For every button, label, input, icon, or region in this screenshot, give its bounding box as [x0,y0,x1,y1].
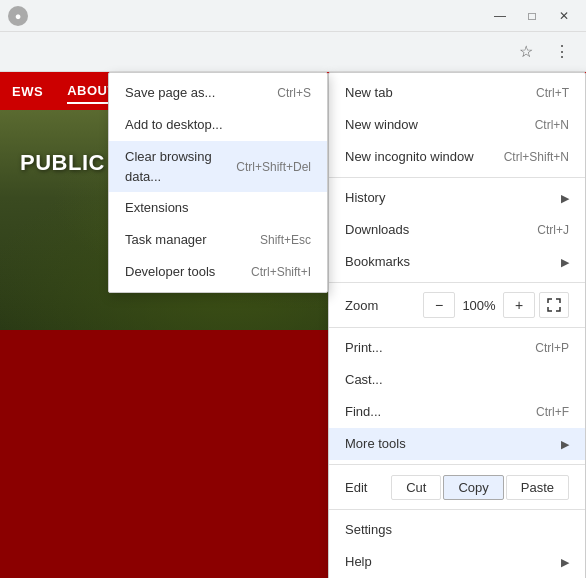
menu-divider-3 [329,327,585,328]
menu-cast[interactable]: Cast... [329,364,585,396]
zoom-label: Zoom [345,298,378,313]
history-arrow-icon: ▶ [561,190,569,207]
edit-row: Edit Cut Copy Paste [329,469,585,505]
menu-find[interactable]: Find... Ctrl+F [329,396,585,428]
chrome-menu-button[interactable]: ⋮ [546,36,578,68]
edit-buttons-group: Cut Copy Paste [391,475,569,500]
menu-print[interactable]: Print... Ctrl+P [329,332,585,364]
menu-divider-5 [329,509,585,510]
help-arrow-icon: ▶ [561,554,569,571]
zoom-value: 100% [459,298,499,313]
account-icon: ● [8,6,28,26]
menu-divider-2 [329,282,585,283]
menu-divider-4 [329,464,585,465]
zoom-buttons: − 100% + [423,292,569,318]
menu-more-tools[interactable]: More tools ▶ [329,428,585,460]
bookmark-star-button[interactable]: ☆ [510,36,542,68]
bookmarks-arrow-icon: ▶ [561,254,569,271]
menu-history[interactable]: History ▶ [329,182,585,214]
menu-new-window[interactable]: New window Ctrl+N [329,109,585,141]
submenu-extensions[interactable]: Extensions [109,192,327,224]
submenu-task-manager[interactable]: Task manager Shift+Esc [109,224,327,256]
copy-button[interactable]: Copy [443,475,503,500]
browser-toolbar: ☆ ⋮ [0,32,586,72]
close-button[interactable]: ✕ [550,2,578,30]
menu-divider-1 [329,177,585,178]
cut-button[interactable]: Cut [391,475,441,500]
menu-settings[interactable]: Settings [329,514,585,546]
submenu-add-desktop[interactable]: Add to desktop... [109,109,327,141]
fullscreen-button[interactable] [539,292,569,318]
more-tools-arrow-icon: ▶ [561,436,569,453]
submenu-developer-tools[interactable]: Developer tools Ctrl+Shift+I [109,256,327,288]
nav-ews[interactable]: EWS [12,80,43,103]
maximize-button[interactable]: □ [518,2,546,30]
menu-new-incognito[interactable]: New incognito window Ctrl+Shift+N [329,141,585,173]
zoom-control-row: Zoom − 100% + [329,287,585,323]
zoom-in-button[interactable]: + [503,292,535,318]
menu-help[interactable]: Help ▶ [329,546,585,578]
submenu-save-page[interactable]: Save page as... Ctrl+S [109,77,327,109]
menu-downloads[interactable]: Downloads Ctrl+J [329,214,585,246]
zoom-out-button[interactable]: − [423,292,455,318]
more-tools-submenu: Save page as... Ctrl+S Add to desktop...… [108,72,328,293]
minimize-button[interactable]: — [486,2,514,30]
chrome-context-menu: New tab Ctrl+T New window Ctrl+N New inc… [328,72,586,578]
menu-bookmarks[interactable]: Bookmarks ▶ [329,246,585,278]
edit-label: Edit [345,480,367,495]
title-bar: ● — □ ✕ [0,0,586,32]
menu-new-tab[interactable]: New tab Ctrl+T [329,77,585,109]
paste-button[interactable]: Paste [506,475,569,500]
submenu-clear-browsing[interactable]: Clear browsing data... Ctrl+Shift+Del [109,141,327,192]
